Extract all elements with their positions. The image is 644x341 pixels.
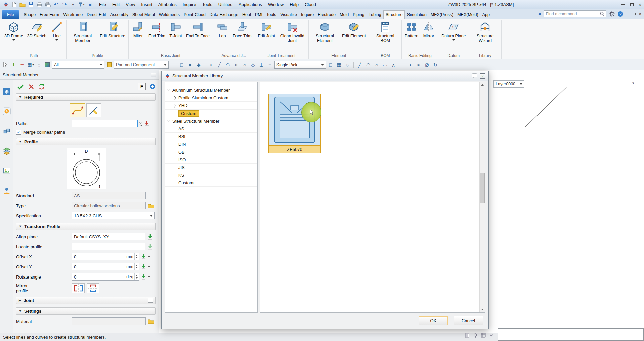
- scope-combo[interactable]: Part and Component: [114, 61, 169, 69]
- tab-direct-edit[interactable]: Direct Edit: [85, 10, 108, 19]
- curve-filter-icon[interactable]: ~: [170, 61, 177, 69]
- structural-bom-button[interactable]: Structural BOM: [371, 20, 400, 43]
- layer-manager-icon[interactable]: [2, 146, 11, 155]
- quadrant-snap-icon[interactable]: ◇: [249, 61, 257, 69]
- mirror-button[interactable]: Mirror: [421, 20, 437, 38]
- entity-filter-combo[interactable]: All: [52, 61, 104, 69]
- reset-button[interactable]: [38, 83, 45, 90]
- tree-item-din[interactable]: DIN: [165, 140, 257, 148]
- new-file-icon[interactable]: [10, 1, 18, 8]
- datum-plane-button[interactable]: Datum Plane: [440, 20, 467, 41]
- rotate-angle-field[interactable]: 0 deg: [72, 273, 139, 281]
- intersection-snap-icon[interactable]: ×: [232, 61, 240, 69]
- ok-button[interactable]: OK: [419, 316, 448, 325]
- section-settings[interactable]: ▼Settings: [16, 307, 156, 315]
- comment-icon[interactable]: [472, 73, 477, 78]
- end-to-face-button[interactable]: End To Face: [184, 20, 211, 38]
- tab-weldments[interactable]: Weldments: [157, 10, 182, 19]
- expression-icon[interactable]: [141, 274, 146, 280]
- tab-mold[interactable]: Mold: [338, 10, 351, 19]
- point-snap-icon[interactable]: •: [207, 61, 215, 69]
- tree-item-custom-steel[interactable]: Custom: [165, 179, 257, 187]
- grid-icon[interactable]: [481, 333, 486, 338]
- scrollbar-thumb[interactable]: [480, 173, 485, 203]
- mirror-horizontal-button[interactable]: [72, 283, 85, 293]
- tab-pmi[interactable]: PMI: [253, 10, 264, 19]
- tab-tools[interactable]: Tools: [264, 10, 278, 19]
- expression-icon[interactable]: [141, 264, 146, 269]
- tab-free-form[interactable]: Free Form: [38, 10, 61, 19]
- face-trim-button[interactable]: Face Trim: [231, 20, 253, 38]
- section-transform-profile[interactable]: ▼Transform Profile: [16, 223, 156, 230]
- structural-member-button[interactable]: Structural Member: [68, 20, 97, 43]
- close-button[interactable]: ×: [639, 2, 641, 7]
- library-item-ze5070[interactable]: ZE5070: [268, 94, 321, 153]
- collapse-chevron-icon[interactable]: [167, 119, 170, 122]
- align-plane-input[interactable]: Default CSYS_XY: [72, 233, 145, 240]
- endpoint-snap-icon[interactable]: ╱: [216, 61, 223, 69]
- menu-view[interactable]: View: [123, 0, 138, 9]
- window-select-icon[interactable]: □: [327, 61, 334, 69]
- tab-tubing[interactable]: Tubing: [367, 10, 383, 19]
- tab-electrode[interactable]: Electrode: [316, 10, 338, 19]
- chevron-icon[interactable]: [489, 333, 494, 338]
- end-trim-button[interactable]: End Trim: [147, 20, 167, 38]
- tree-item-aluminium-structural-member[interactable]: Aluminium Structural Member: [165, 86, 257, 94]
- cross-select-icon[interactable]: ▦: [335, 61, 343, 69]
- miter-button[interactable]: Miter: [130, 20, 146, 38]
- scroll-down-icon[interactable]: [480, 307, 485, 312]
- pick-target-icon[interactable]: [147, 244, 153, 250]
- menu-help[interactable]: Help: [287, 0, 302, 9]
- tab-point-cloud[interactable]: Point Cloud: [182, 10, 208, 19]
- expand-list-icon[interactable]: [140, 121, 142, 126]
- tab-mex-press[interactable]: MEX(Press): [429, 10, 455, 19]
- offset-x-field[interactable]: 0 mm: [72, 253, 139, 260]
- tab-simulation[interactable]: Simulation: [405, 10, 428, 19]
- 3d-sketch-button[interactable]: 3D Sketch: [26, 20, 48, 38]
- select-cursor-icon[interactable]: [2, 61, 9, 69]
- restore-button[interactable]: [630, 3, 634, 6]
- pin-icon[interactable]: [473, 333, 478, 338]
- tree-item-iso[interactable]: ISO: [165, 156, 257, 164]
- midpoint-snap-icon[interactable]: ◠: [224, 61, 231, 69]
- pick-from-list-icon[interactable]: [144, 121, 149, 126]
- grid-snap-icon[interactable]: ≡: [266, 61, 273, 69]
- spinner[interactable]: [134, 273, 139, 280]
- vertical-scrollbar[interactable]: [479, 82, 485, 312]
- pick-region-icon[interactable]: ◌: [35, 61, 43, 69]
- pick-path-button[interactable]: [70, 103, 85, 117]
- menu-window[interactable]: Window: [265, 0, 287, 9]
- center-snap-icon[interactable]: ○: [241, 61, 248, 69]
- options-caret-icon[interactable]: [148, 276, 150, 278]
- lasso-select-icon[interactable]: ◌: [344, 61, 351, 69]
- tab-structure[interactable]: Structure: [383, 10, 405, 19]
- history-manager-icon[interactable]: [2, 107, 11, 116]
- toolbar-overflow-icon[interactable]: ▾: [632, 81, 634, 85]
- minimize-button[interactable]: [621, 4, 625, 5]
- panel-menu-icon[interactable]: [151, 73, 156, 77]
- lap-button[interactable]: Lap: [214, 20, 230, 38]
- shape-manager-icon[interactable]: [2, 87, 11, 96]
- doc-restore-button[interactable]: [633, 13, 636, 15]
- pattern-button[interactable]: Pattern: [403, 20, 420, 38]
- refresh-icon[interactable]: ↻: [432, 61, 439, 69]
- ribbon-pin-icon[interactable]: ◀: [538, 12, 541, 16]
- tab-assembly[interactable]: Assembly: [108, 10, 130, 19]
- options-caret-icon[interactable]: [148, 256, 150, 257]
- options-caret-icon[interactable]: [148, 266, 150, 267]
- command-search-input[interactable]: [546, 12, 600, 16]
- arc-tool-icon[interactable]: ◠: [364, 61, 372, 69]
- tab-app[interactable]: App: [480, 10, 492, 19]
- clean-invalid-joint-button[interactable]: Clean Invalid Joint: [277, 20, 307, 43]
- menu-file[interactable]: File: [96, 0, 109, 9]
- file-tab[interactable]: File: [2, 10, 19, 19]
- insert-curve-button[interactable]: [86, 103, 101, 117]
- locate-profile-input[interactable]: [72, 243, 145, 250]
- tab-data-exchange[interactable]: Data Exchange: [208, 10, 240, 19]
- edit-element-button[interactable]: Edit Element: [340, 20, 368, 38]
- standard-value[interactable]: AS: [72, 192, 146, 199]
- qat-customize-caret-icon[interactable]: ▾: [69, 1, 77, 8]
- tree-item-bsi[interactable]: BSI: [165, 133, 257, 140]
- line-tool-icon[interactable]: ╱: [356, 61, 363, 69]
- help-icon[interactable]: ?: [618, 11, 623, 17]
